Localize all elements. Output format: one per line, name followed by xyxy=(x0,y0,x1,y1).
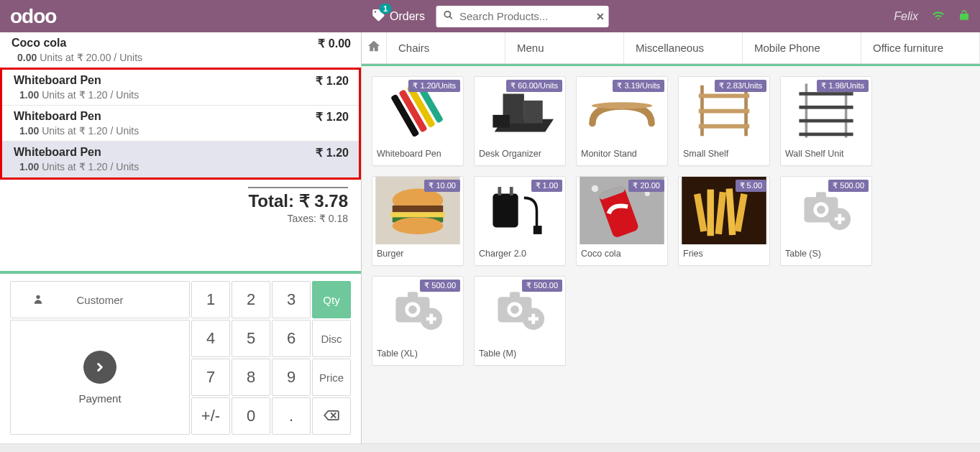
category-tab[interactable]: Mobile Phone xyxy=(743,32,861,63)
key-4[interactable]: 4 xyxy=(191,320,230,357)
key-1[interactable]: 1 xyxy=(191,281,230,318)
svg-point-2 xyxy=(36,295,40,298)
customer-button[interactable]: Customer xyxy=(10,281,190,318)
key-dot[interactable]: . xyxy=(272,397,311,435)
key-7[interactable]: 7 xyxy=(191,359,230,396)
product-card[interactable]: ₹ 2.83/UnitsSmall Shelf xyxy=(678,76,770,166)
key-9[interactable]: 9 xyxy=(272,359,311,396)
order-line[interactable]: Whiteboard Pen ₹ 1.20 1.00 Units at ₹ 1.… xyxy=(2,142,359,177)
category-tab[interactable]: Miscellaneous xyxy=(624,32,743,63)
svg-point-48 xyxy=(817,206,825,214)
price-tag: ₹ 5.00 xyxy=(736,180,766,192)
product-name: Fries xyxy=(679,244,769,265)
product-name: Wall Shelf Unit xyxy=(781,144,871,165)
line-detail: 1.00 Units at ₹ 1.20 / Units xyxy=(14,125,349,137)
svg-rect-16 xyxy=(699,94,750,98)
key-backspace[interactable] xyxy=(312,397,351,435)
svg-line-1 xyxy=(450,17,453,19)
key-6[interactable]: 6 xyxy=(272,320,311,357)
product-name: Charger 2.0 xyxy=(475,244,565,265)
product-card[interactable]: ₹ 500.00Table (S) xyxy=(780,176,872,266)
key-0[interactable]: 0 xyxy=(232,397,270,435)
category-tab[interactable]: Chairs xyxy=(387,32,505,63)
key-5[interactable]: 5 xyxy=(232,320,270,357)
main: Coco cola ₹ 0.00 0.00 Units at ₹ 20.00 /… xyxy=(0,32,980,443)
product-card[interactable]: ₹ 500.00Table (M) xyxy=(474,276,566,366)
svg-rect-56 xyxy=(408,292,418,298)
line-detail: 0.00 Units at ₹ 20.00 / Units xyxy=(12,52,351,63)
logo: odoo xyxy=(10,5,56,28)
mode-qty-button[interactable]: Qty xyxy=(312,281,351,318)
orders-label: Orders xyxy=(390,10,425,23)
username[interactable]: Felix xyxy=(894,10,918,23)
product-card[interactable]: ₹ 1.20/UnitsWhiteboard Pen xyxy=(372,76,464,166)
svg-rect-59 xyxy=(429,314,433,324)
highlight-box: Whiteboard Pen ₹ 1.20 1.00 Units at ₹ 1.… xyxy=(0,68,361,180)
svg-rect-17 xyxy=(699,109,750,114)
product-name: Desk Organizer xyxy=(475,144,565,165)
svg-rect-63 xyxy=(510,292,520,298)
product-card[interactable]: ₹ 500.00Table (XL) xyxy=(372,276,464,366)
bottom-scrollbar[interactable] xyxy=(0,443,980,452)
product-name: Coco cola xyxy=(577,244,667,265)
orders-badge: 1 xyxy=(380,4,391,14)
price-tag: ₹ 60.00/Units xyxy=(506,80,562,92)
product-panel: Chairs Menu Miscellaneous Mobile Phone O… xyxy=(362,32,980,443)
product-name: Table (XL) xyxy=(372,344,463,365)
product-card[interactable]: ₹ 10.00Burger xyxy=(372,176,464,266)
key-2[interactable]: 2 xyxy=(232,281,270,318)
products-area[interactable]: ₹ 1.20/UnitsWhiteboard Pen₹ 60.00/UnitsD… xyxy=(362,66,980,443)
order-line[interactable]: Coco cola ₹ 0.00 0.00 Units at ₹ 20.00 /… xyxy=(0,32,361,68)
chevron-right-icon xyxy=(83,351,116,384)
svg-rect-28 xyxy=(390,212,444,217)
home-icon xyxy=(367,40,381,56)
price-tag: ₹ 1.20/Units xyxy=(408,80,460,92)
category-tab[interactable]: Menu xyxy=(505,32,624,63)
search-icon xyxy=(444,10,454,22)
key-8[interactable]: 8 xyxy=(232,359,270,396)
svg-rect-12 xyxy=(493,115,510,128)
product-card[interactable]: ₹ 1.98/UnitsWall Shelf Unit xyxy=(780,76,872,166)
home-button[interactable] xyxy=(362,32,387,63)
payment-label: Payment xyxy=(78,392,121,405)
product-name: Monitor Stand xyxy=(577,144,667,165)
unlock-icon[interactable] xyxy=(958,9,970,24)
svg-rect-32 xyxy=(498,187,501,195)
price-tag: ₹ 2.83/Units xyxy=(715,80,766,92)
svg-rect-18 xyxy=(699,124,750,129)
svg-rect-52 xyxy=(838,214,841,224)
key-3[interactable]: 3 xyxy=(272,281,311,318)
mode-disc-button[interactable]: Disc xyxy=(312,320,351,357)
price-tag: ₹ 500.00 xyxy=(522,280,562,292)
category-tab[interactable]: Office furniture xyxy=(861,32,980,63)
product-card[interactable]: ₹ 60.00/UnitsDesk Organizer xyxy=(474,76,566,166)
key-plusminus[interactable]: +/- xyxy=(191,397,230,435)
tax-line: Taxes: ₹ 0.18 xyxy=(13,213,348,224)
svg-rect-66 xyxy=(531,314,535,324)
orders-button[interactable]: 1 Orders xyxy=(371,8,425,25)
line-name: Whiteboard Pen xyxy=(14,74,101,88)
line-name: Whiteboard Pen xyxy=(14,146,101,160)
product-card[interactable]: ₹ 3.19/UnitsMonitor Stand xyxy=(576,76,668,166)
svg-rect-21 xyxy=(799,92,853,96)
product-card[interactable]: ₹ 1.00Charger 2.0 xyxy=(474,176,566,266)
order-line[interactable]: Whiteboard Pen ₹ 1.20 1.00 Units at ₹ 1.… xyxy=(2,70,359,106)
search-input[interactable] xyxy=(459,10,596,22)
svg-rect-31 xyxy=(493,194,518,228)
svg-rect-22 xyxy=(799,106,853,109)
topbar-center: 1 Orders ✕ xyxy=(371,6,609,27)
line-total: ₹ 0.00 xyxy=(318,37,351,50)
svg-rect-49 xyxy=(816,192,826,198)
price-tag: ₹ 1.00 xyxy=(531,180,562,192)
clear-search-icon[interactable]: ✕ xyxy=(596,11,605,22)
mode-price-button[interactable]: Price xyxy=(312,359,351,396)
customer-label: Customer xyxy=(76,294,123,306)
svg-rect-33 xyxy=(510,187,513,195)
svg-point-13 xyxy=(592,102,653,109)
payment-button[interactable]: Payment xyxy=(10,320,190,435)
product-card[interactable]: ₹ 20.00Coco cola xyxy=(576,176,668,266)
search-box[interactable]: ✕ xyxy=(436,6,609,27)
product-card[interactable]: ₹ 5.00Fries xyxy=(678,176,770,266)
order-line[interactable]: Whiteboard Pen ₹ 1.20 1.00 Units at ₹ 1.… xyxy=(2,106,359,142)
topbar-right: Felix xyxy=(894,9,970,24)
